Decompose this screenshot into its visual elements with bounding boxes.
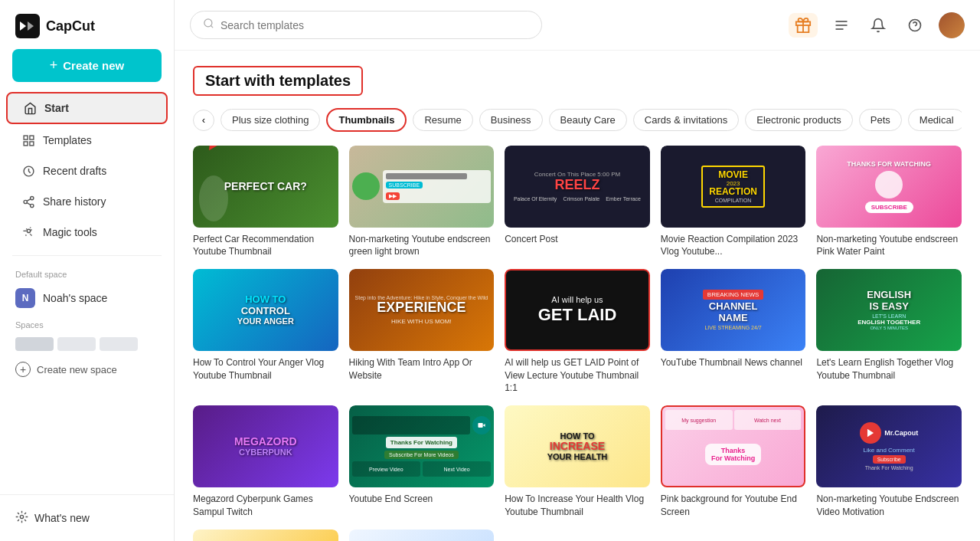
sidebar-start-label: Start: [44, 102, 69, 114]
capcut-logo-icon: [15, 14, 40, 38]
category-pill-thumbnails[interactable]: Thumbnails: [326, 108, 407, 132]
noah-space-label: Noah's space: [43, 292, 107, 304]
logo-text: CapCut: [46, 18, 95, 34]
space-thumb-1: [15, 337, 54, 351]
main-content: Start with templates ‹ Plus size clothin…: [175, 0, 980, 541]
template-label-hiking: Hiking With Team Intro App Or Website: [349, 356, 495, 382]
create-new-space-button[interactable]: + Create new space: [0, 356, 174, 383]
sidebar-recent-label: Recent drafts: [43, 165, 106, 177]
template-label-pink-bg: Pink background for Youtube End Screen: [661, 493, 806, 519]
template-card-nonmkt-blue[interactable]: Mr.Capout Like and Comment Subscribe Tha…: [816, 405, 962, 518]
space-thumb-3: [100, 337, 138, 351]
user-avatar: [939, 12, 965, 38]
search-box[interactable]: [190, 11, 542, 39]
svg-line-14: [211, 25, 213, 28]
template-label-nonmkt-green: Non-marketing Youtube endscreen green li…: [349, 233, 495, 259]
template-card-concert[interactable]: Concert On This Place 5:00 PM REELZ Pala…: [505, 146, 650, 258]
category-prev-button[interactable]: ‹: [193, 110, 214, 131]
svg-point-11: [27, 229, 30, 232]
template-card-news[interactable]: BREAKING NEWS CHANNEL NAME LIVE STREAMIN…: [661, 269, 806, 395]
category-pill-electronic[interactable]: Electronic products: [745, 109, 853, 131]
sidebar: CapCut + Create new Start Templates: [0, 0, 175, 541]
template-label-ai-laid: AI will help us GET LAID Point of View L…: [505, 356, 650, 395]
svg-point-13: [204, 19, 212, 27]
home-icon: [23, 101, 37, 115]
search-icon: [203, 18, 214, 32]
category-pill-pets[interactable]: Pets: [859, 109, 902, 131]
sidebar-divider: [12, 255, 162, 256]
menu-button[interactable]: [828, 12, 854, 38]
template-card-perfect-car[interactable]: PERFECT CAR? Perfect Car Recommendation …: [193, 146, 338, 258]
star-icon: [15, 510, 28, 526]
svg-rect-4: [29, 141, 33, 145]
category-pill-business[interactable]: Business: [479, 109, 543, 131]
svg-line-10: [27, 198, 31, 201]
noah-avatar: N: [15, 288, 35, 308]
create-space-label: Create new space: [37, 364, 117, 375]
clock-icon: [21, 164, 35, 178]
sidebar-bottom: What's new: [0, 494, 174, 541]
whats-new-button[interactable]: What's new: [15, 504, 158, 532]
user-avatar-button[interactable]: [939, 12, 965, 38]
category-pill-medical[interactable]: Medical: [908, 109, 962, 131]
sidebar-noah-space[interactable]: N Noah's space: [0, 282, 174, 314]
template-card-howto2[interactable]: HOW TO...: [193, 530, 338, 542]
template-card-ai-laid[interactable]: AI will help us GET LAID AI will help us…: [505, 269, 650, 395]
spaces-section-label: Spaces: [0, 314, 174, 333]
svg-rect-3: [24, 141, 28, 145]
section-title: Start with templates: [205, 72, 351, 89]
share-icon: [21, 195, 35, 208]
help-button[interactable]: [902, 12, 928, 38]
svg-point-7: [24, 200, 27, 203]
magic-icon: [21, 225, 35, 239]
whats-new-label: What's new: [34, 512, 90, 524]
search-input[interactable]: [220, 19, 529, 31]
section-title-row: Start with templates: [193, 66, 962, 96]
sidebar-item-templates[interactable]: Templates: [6, 126, 168, 155]
topbar: [175, 0, 980, 51]
template-card-hiking[interactable]: Step into the Adventure: Hike in Style, …: [349, 269, 495, 395]
template-card-english[interactable]: ENGLISH IS EASY LET'S LEARN ENGLISH TOGE…: [816, 269, 962, 395]
gift-button[interactable]: [789, 13, 818, 38]
category-pill-resume[interactable]: Resume: [413, 109, 472, 131]
content-area: Start with templates ‹ Plus size clothin…: [175, 51, 980, 541]
plus-circle-icon: +: [15, 362, 31, 377]
templates-grid: PERFECT CAR? Perfect Car Recommendation …: [193, 146, 962, 541]
template-card-thanks[interactable]: THANKS FOR WATCHING THE LIVE OTHER CHANN…: [349, 530, 495, 542]
section-title-box: Start with templates: [193, 66, 363, 96]
svg-rect-2: [29, 136, 33, 139]
sidebar-item-recent[interactable]: Recent drafts: [6, 156, 168, 185]
svg-rect-1: [24, 136, 28, 139]
sidebar-item-magic[interactable]: Magic tools: [6, 218, 168, 247]
template-label-anger: How To Control Your Anger Vlog Youtube T…: [193, 356, 338, 382]
space-thumbnails: [15, 337, 158, 351]
category-pill-cards[interactable]: Cards & invitations: [633, 109, 739, 131]
sidebar-item-start[interactable]: Start: [6, 92, 168, 124]
sidebar-magic-label: Magic tools: [43, 226, 97, 238]
sidebar-templates-label: Templates: [43, 134, 92, 146]
template-card-pink-bg[interactable]: My suggestion Watch next Thanks For Watc…: [661, 405, 806, 518]
template-card-anger[interactable]: HOW TO CONTROL YOUR ANGER How To Control…: [193, 269, 338, 395]
template-card-health[interactable]: HOW TO INCREASE YOUR HEALTH How To Incre…: [505, 405, 650, 518]
template-label-nonmkt-blue: Non-marketing Youtube Endscreen Video Mo…: [816, 493, 962, 519]
plus-icon: +: [50, 57, 58, 74]
template-label-news: YouTube Thumbnail News channel: [661, 356, 806, 369]
template-card-nonmkt-green[interactable]: SUBSCRIBE ▶▶ Non-marketing Youtube endsc…: [349, 146, 495, 258]
category-pill-plus-size[interactable]: Plus size clothing: [220, 109, 320, 131]
category-pill-beauty[interactable]: Beauty Care: [549, 109, 627, 131]
svg-rect-22: [479, 423, 483, 428]
template-card-nonmkt-pink[interactable]: THANKS FOR WATCHING SUBSCRIBE Non-market…: [816, 146, 962, 258]
create-new-button[interactable]: + Create new: [12, 49, 162, 82]
bell-button[interactable]: [865, 12, 891, 38]
template-label-movie: Movie Reaction Compilation 2023 Vlog You…: [661, 233, 806, 259]
template-card-megazord[interactable]: MEGAZORD CYBERPUNK Megazord Cyberpunk Ga…: [193, 405, 338, 518]
template-label-megazord: Megazord Cyberpunk Games Sampul Twitch: [193, 493, 338, 519]
sidebar-item-share[interactable]: Share history: [6, 187, 168, 216]
template-label-nonmkt-pink: Non-marketing Youtube endscreen Pink Wat…: [816, 233, 962, 259]
template-card-endscreen[interactable]: Thanks For Watching Subscribe For More V…: [349, 405, 495, 518]
space-thumb-2: [57, 337, 96, 351]
category-row: ‹ Plus size clothing Thumbnails Resume B…: [193, 108, 962, 132]
template-label-endscreen: Youtube End Screen: [349, 493, 495, 506]
template-card-movie[interactable]: MOVIE 2023 REACTION COMPILATION Movie Re…: [661, 146, 806, 258]
template-label-perfect-car: Perfect Car Recommendation Youtube Thumb…: [193, 233, 338, 259]
